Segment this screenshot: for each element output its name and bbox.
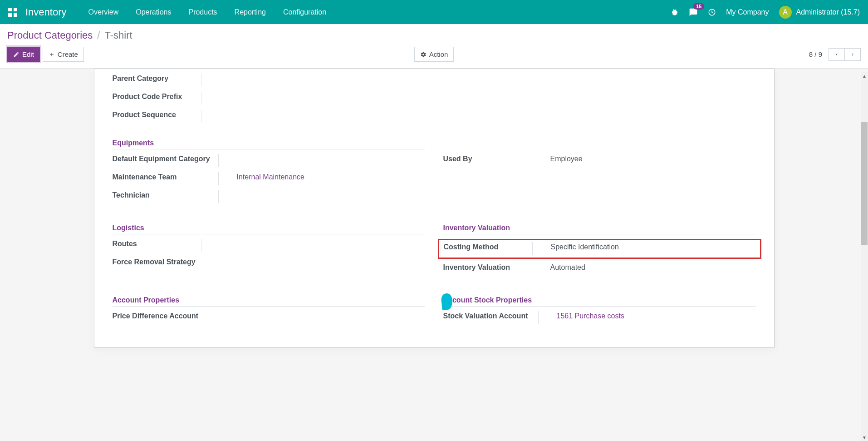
value-parent-category [220,74,756,74]
scroll-down-arrow[interactable]: ▼ [861,434,868,437]
section-logistics: Logistics [113,224,425,234]
value-price-diff [220,311,425,312]
nav-overview[interactable]: Overview [80,5,127,20]
scrollbar[interactable]: ▲ ▼ [861,72,868,437]
pager-next[interactable] [844,49,860,60]
label-product-sequence: Product Sequence [113,110,201,123]
label-costing-method: Costing Method [444,242,533,255]
value-product-code-prefix [220,92,756,93]
nav-operations[interactable]: Operations [128,5,179,20]
value-costing-method: Specific Identification [551,242,755,251]
nav-reporting[interactable]: Reporting [226,5,274,20]
label-force-removal: Force Removal Strategy [113,257,201,270]
label-routes: Routes [113,239,201,252]
breadcrumb-parent[interactable]: Product Categories [7,30,93,41]
breadcrumb: Product Categories / T-shirt [7,30,132,41]
label-used-by: Used By [443,154,532,167]
value-force-removal [220,257,425,258]
user-name: Administrator (15.7) [796,8,860,16]
control-panel: Product Categories / T-shirt Edit Create… [0,24,868,69]
value-maintenance-team[interactable]: Internal Maintenance [237,172,425,181]
label-parent-category: Parent Category [113,74,201,86]
breadcrumb-separator: / [97,30,100,41]
chevron-left-icon [834,51,839,58]
pager-prev[interactable] [829,49,844,60]
plus-icon [49,51,55,58]
value-default-equipment-category [237,154,425,155]
debug-icon[interactable] [671,8,679,16]
form-sheet: Parent Category Product Code Prefix Prod… [94,69,775,348]
section-account-stock-properties: Account Stock Properties [443,296,756,307]
messages-icon[interactable]: 15 [689,8,698,17]
content-area[interactable]: Parent Category Product Code Prefix Prod… [0,69,868,437]
value-inventory-valuation: Automated [550,263,756,272]
value-technician [237,190,425,191]
section-account-properties: Account Properties [113,296,425,307]
user-avatar: A [779,6,792,19]
label-inventory-valuation: Inventory Valuation [443,263,532,275]
pager-text[interactable]: 8 / 9 [809,50,822,58]
company-name[interactable]: My Company [726,8,769,16]
value-stock-valuation[interactable]: 1561 Purchase costs [557,311,756,320]
nav-products[interactable]: Products [180,5,225,20]
messages-badge: 15 [693,3,704,10]
scroll-up-arrow[interactable]: ▲ [861,72,868,79]
apps-icon[interactable] [8,8,17,17]
app-brand[interactable]: Inventory [25,6,67,18]
value-routes [220,239,425,240]
gear-icon [420,51,427,58]
pencil-icon [13,51,20,58]
top-navbar: Inventory Overview Operations Products R… [0,0,868,24]
highlight-costing-method: Costing Method Specific Identification [438,239,761,259]
edit-button[interactable]: Edit [7,47,40,62]
label-stock-valuation: Stock Valuation Account [443,311,539,324]
value-product-sequence [220,110,756,111]
label-price-diff: Price Difference Account [113,311,201,324]
label-technician: Technician [113,190,219,203]
scrollbar-thumb[interactable] [861,122,868,245]
section-equipments: Equipments [113,139,425,149]
section-inventory-valuation: Inventory Valuation [443,224,756,234]
breadcrumb-current: T-shirt [104,30,132,41]
label-default-equipment-category: Default Equipment Category [113,154,219,167]
action-button[interactable]: Action [414,47,454,62]
nav-configuration[interactable]: Configuration [275,5,334,20]
activity-icon[interactable] [708,8,716,16]
value-used-by: Employee [550,154,756,163]
label-maintenance-team: Maintenance Team [113,172,219,185]
nav-menu: Overview Operations Products Reporting C… [80,5,335,20]
pager-buttons [829,48,861,61]
user-menu[interactable]: A Administrator (15.7) [779,6,860,19]
label-product-code-prefix: Product Code Prefix [113,92,201,104]
create-button[interactable]: Create [43,47,84,62]
nav-right: 15 My Company A Administrator (15.7) [671,6,860,19]
chevron-right-icon [850,51,855,58]
